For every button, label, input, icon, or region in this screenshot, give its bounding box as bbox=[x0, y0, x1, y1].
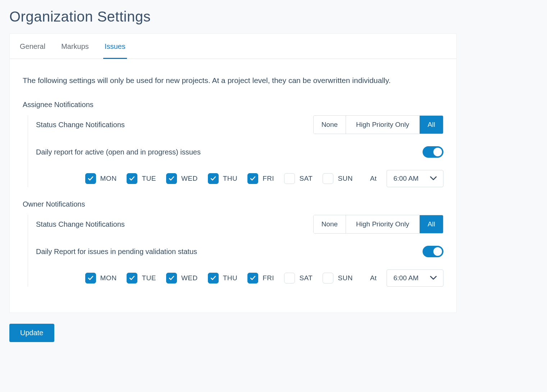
assignee-section: Assignee Notifications Status Change Not… bbox=[23, 101, 443, 187]
checkbox-checked-icon bbox=[127, 173, 137, 184]
day-label: MON bbox=[100, 274, 117, 282]
checkbox-checked-icon bbox=[208, 273, 219, 283]
assignee-status-none[interactable]: None bbox=[314, 116, 346, 134]
checkbox-checked-icon bbox=[166, 273, 177, 283]
owner-day-sat[interactable]: SAT bbox=[284, 273, 313, 283]
checkbox-checked-icon bbox=[247, 173, 258, 184]
owner-day-thu[interactable]: THU bbox=[208, 273, 238, 283]
intro-text: The following settings will only be used… bbox=[23, 76, 443, 85]
time-value: 6:00 AM bbox=[393, 274, 419, 282]
update-button[interactable]: Update bbox=[9, 324, 54, 342]
day-label: SAT bbox=[299, 274, 313, 282]
toggle-knob bbox=[433, 148, 442, 156]
checkbox-checked-icon bbox=[247, 273, 258, 283]
owner-status-all[interactable]: All bbox=[420, 215, 443, 233]
day-label: SAT bbox=[299, 175, 313, 183]
owner-status-none[interactable]: None bbox=[314, 215, 346, 233]
day-label: TUE bbox=[142, 175, 156, 183]
chevron-down-icon bbox=[430, 176, 437, 181]
assignee-title: Assignee Notifications bbox=[23, 101, 443, 109]
checkbox-unchecked-icon bbox=[323, 273, 333, 283]
day-label: SUN bbox=[338, 274, 353, 282]
owner-day-mon[interactable]: MON bbox=[85, 273, 117, 283]
tab-content: The following settings will only be used… bbox=[10, 59, 456, 313]
day-label: TUE bbox=[142, 274, 156, 282]
assignee-day-tue[interactable]: TUE bbox=[127, 173, 156, 184]
checkbox-unchecked-icon bbox=[323, 173, 333, 184]
checkbox-checked-icon bbox=[166, 173, 177, 184]
assignee-day-mon[interactable]: MON bbox=[85, 173, 117, 184]
day-label: THU bbox=[223, 175, 238, 183]
chevron-down-icon bbox=[430, 276, 437, 280]
at-label: At bbox=[370, 274, 377, 282]
assignee-status-segmented: None High Priority Only All bbox=[313, 115, 443, 134]
owner-status-row: Status Change Notifications None High Pr… bbox=[36, 215, 443, 234]
owner-day-tue[interactable]: TUE bbox=[127, 273, 156, 283]
owner-day-fri[interactable]: FRI bbox=[247, 273, 274, 283]
checkbox-unchecked-icon bbox=[284, 173, 295, 184]
checkbox-checked-icon bbox=[208, 173, 219, 184]
assignee-days-row: MON TUE WED THU bbox=[36, 170, 443, 187]
assignee-day-thu[interactable]: THU bbox=[208, 173, 238, 184]
checkbox-checked-icon bbox=[85, 173, 96, 184]
tab-general[interactable]: General bbox=[18, 34, 47, 59]
settings-panel: General Markups Issues The following set… bbox=[9, 33, 457, 313]
day-label: SUN bbox=[338, 175, 353, 183]
day-label: FRI bbox=[263, 175, 274, 183]
owner-daily-toggle[interactable] bbox=[423, 246, 443, 257]
time-value: 6:00 AM bbox=[393, 175, 419, 183]
owner-status-label: Status Change Notifications bbox=[36, 220, 125, 229]
toggle-knob bbox=[433, 247, 442, 256]
owner-section: Owner Notifications Status Change Notifi… bbox=[23, 200, 443, 287]
day-label: THU bbox=[223, 274, 238, 282]
owner-time-select[interactable]: 6:00 AM bbox=[387, 269, 443, 287]
owner-status-segmented: None High Priority Only All bbox=[313, 215, 443, 234]
assignee-daily-toggle[interactable] bbox=[423, 146, 443, 158]
owner-day-sun[interactable]: SUN bbox=[323, 273, 353, 283]
assignee-day-wed[interactable]: WED bbox=[166, 173, 198, 184]
assignee-time-select[interactable]: 6:00 AM bbox=[387, 170, 443, 187]
day-label: WED bbox=[181, 274, 198, 282]
owner-status-high[interactable]: High Priority Only bbox=[346, 215, 420, 233]
assignee-day-sat[interactable]: SAT bbox=[284, 173, 313, 184]
owner-daily-row: Daily Report for issues in pending valid… bbox=[36, 242, 443, 261]
checkbox-checked-icon bbox=[127, 273, 137, 283]
assignee-status-row: Status Change Notifications None High Pr… bbox=[36, 115, 443, 134]
assignee-daily-label: Daily report for active (open and in pro… bbox=[36, 148, 201, 156]
checkbox-checked-icon bbox=[85, 273, 96, 283]
tab-markups[interactable]: Markups bbox=[60, 34, 90, 59]
owner-days-row: MON TUE WED THU bbox=[36, 269, 443, 287]
day-label: FRI bbox=[263, 274, 274, 282]
checkbox-unchecked-icon bbox=[284, 273, 295, 283]
owner-day-wed[interactable]: WED bbox=[166, 273, 198, 283]
tab-issues[interactable]: Issues bbox=[103, 34, 127, 59]
assignee-status-label: Status Change Notifications bbox=[36, 121, 125, 129]
day-label: MON bbox=[100, 175, 117, 183]
owner-daily-label: Daily Report for issues in pending valid… bbox=[36, 248, 197, 256]
assignee-day-sun[interactable]: SUN bbox=[323, 173, 353, 184]
assignee-daily-row: Daily report for active (open and in pro… bbox=[36, 143, 443, 161]
assignee-day-fri[interactable]: FRI bbox=[247, 173, 274, 184]
day-label: WED bbox=[181, 175, 198, 183]
owner-title: Owner Notifications bbox=[23, 200, 443, 208]
tabs: General Markups Issues bbox=[10, 34, 456, 59]
at-label: At bbox=[370, 175, 377, 183]
assignee-status-all[interactable]: All bbox=[420, 116, 443, 134]
page-title: Organization Settings bbox=[0, 0, 547, 33]
assignee-status-high[interactable]: High Priority Only bbox=[346, 116, 420, 134]
